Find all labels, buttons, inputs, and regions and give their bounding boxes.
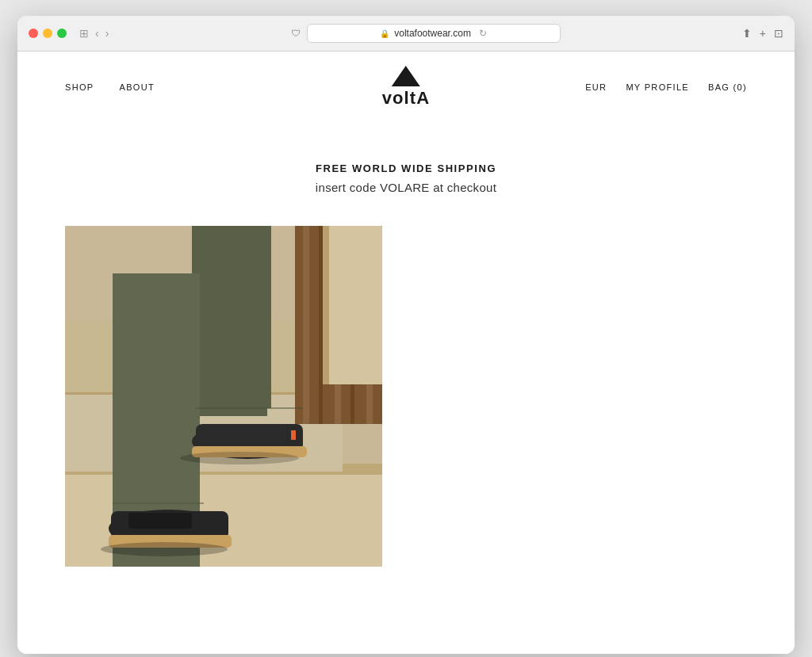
svg-rect-23 [128, 513, 192, 529]
svg-rect-7 [303, 226, 309, 424]
product-image[interactable] [65, 226, 382, 567]
browser-window: ⊞ ‹ › 🛡 🔒 voltafootwear.com ↻ ⬆ + ⊡ SHOP… [17, 16, 795, 654]
svg-rect-15 [200, 226, 267, 416]
product-section [17, 226, 795, 567]
browser-chrome: ⊞ ‹ › 🛡 🔒 voltafootwear.com ↻ ⬆ + ⊡ [17, 16, 795, 52]
nav-left: SHOP ABOUT [65, 82, 155, 92]
svg-rect-20 [291, 430, 296, 440]
svg-rect-8 [319, 226, 323, 424]
logo-text: voltA [382, 88, 431, 109]
nav-link-shop[interactable]: SHOP [65, 82, 94, 92]
nav-link-profile[interactable]: MY PROFILE [626, 82, 689, 92]
hero-subtitle: insert code VOLARE at checkout [33, 181, 779, 194]
browser-controls: ⊞ ‹ › [79, 27, 109, 40]
nav-link-about[interactable]: ABOUT [119, 82, 155, 92]
lock-icon: 🔒 [380, 29, 389, 38]
nav-right: EUR MY PROFILE BAG (0) [585, 82, 747, 92]
back-button[interactable]: ‹ [95, 27, 99, 40]
traffic-lights [29, 29, 67, 38]
nav-link-bag[interactable]: BAG (0) [708, 82, 747, 92]
maximize-button[interactable] [57, 29, 67, 38]
svg-rect-12 [327, 226, 382, 384]
website-content: SHOP ABOUT voltA EUR MY PROFILE BAG (0) … [17, 52, 795, 654]
hero-title: FREE WORLD WIDE SHIPPING [33, 162, 779, 174]
address-bar[interactable]: 🔒 voltafootwear.com ↻ [307, 24, 561, 43]
svg-point-26 [101, 542, 228, 556]
browser-actions: ⬆ + ⊡ [742, 27, 783, 40]
nav-logo[interactable]: voltA [382, 66, 431, 109]
logo-triangle-icon [392, 66, 420, 86]
svg-rect-13 [323, 226, 329, 384]
address-bar-container: 🛡 🔒 voltafootwear.com ↻ [117, 24, 733, 43]
close-button[interactable] [29, 29, 38, 38]
tab-icon: ⊞ [79, 27, 89, 40]
url-text: voltafootwear.com [394, 28, 471, 39]
share-icon[interactable]: ⬆ [742, 27, 752, 40]
svg-point-25 [180, 452, 299, 464]
new-tab-button[interactable]: + [760, 27, 766, 40]
product-image-svg [65, 226, 382, 567]
hero-section: FREE WORLD WIDE SHIPPING insert code VOL… [17, 123, 795, 226]
forward-button[interactable]: › [105, 27, 109, 40]
reload-icon[interactable]: ↻ [479, 28, 487, 39]
shield-icon: 🛡 [291, 28, 301, 39]
nav-link-eur[interactable]: EUR [585, 82, 607, 92]
main-nav: SHOP ABOUT voltA EUR MY PROFILE BAG (0) [17, 52, 795, 123]
minimize-button[interactable] [43, 29, 52, 38]
tabs-icon[interactable]: ⊡ [774, 27, 783, 40]
